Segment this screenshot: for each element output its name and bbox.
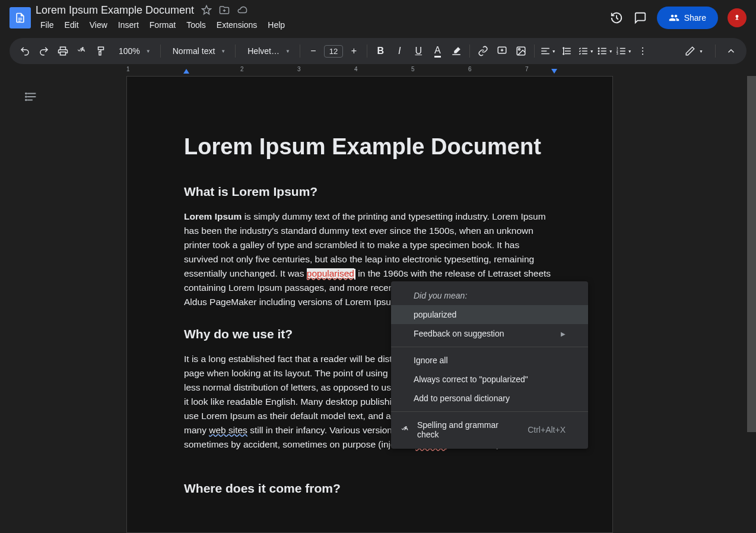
svg-point-5 [519,49,520,50]
menu-file[interactable]: File [36,18,59,32]
line-spacing-button[interactable] [558,43,575,59]
menu-view[interactable]: View [85,18,112,32]
separator [300,45,300,58]
menu-bar: File Edit View Insert Format Tools Exten… [36,18,609,32]
spellcheck-icon [399,424,411,436]
menu-item-label: Ignore all [414,356,448,365]
doc-heading-2: Where does it come from? [184,481,555,496]
history-icon[interactable] [609,11,624,25]
underline-button[interactable]: U [410,43,427,59]
collapse-button[interactable] [723,43,739,59]
submenu-arrow-icon: ▶ [561,331,566,337]
indent-marker-icon[interactable] [183,69,189,74]
chevron-down-icon: ▼ [221,49,225,54]
separator [715,45,716,58]
svg-point-8 [598,53,599,55]
comment-icon[interactable] [633,11,647,25]
misspelled-word-selected[interactable]: popularised [307,268,354,278]
ignore-all-item[interactable]: Ignore all [391,351,588,370]
chevron-down-icon: ▼ [285,49,290,54]
svg-rect-1 [61,47,66,50]
ruler-num: 6 [468,66,472,72]
cloud-status-icon[interactable] [237,5,247,15]
move-icon[interactable] [219,5,230,15]
print-button[interactable] [55,43,71,59]
grammar-word[interactable]: web sites [209,425,247,435]
menu-item-label: Feedback on suggestion [414,329,504,338]
star-icon[interactable] [201,5,212,15]
ruler-num: 3 [297,66,301,72]
svg-point-6 [598,48,599,49]
share-button[interactable]: Share [657,7,718,29]
styles-dropdown[interactable]: Normal text ▼ [166,46,231,56]
redo-button[interactable] [36,43,52,59]
spelling-suggestion[interactable]: popularized [391,305,588,324]
separator [367,45,367,58]
svg-rect-2 [61,52,66,55]
ruler[interactable]: 1 2 3 4 5 6 7 [0,64,756,76]
ruler-num: 7 [525,66,529,72]
menu-insert[interactable]: Insert [113,18,144,32]
svg-point-7 [598,50,599,52]
suggestion-text: popularized [414,310,456,319]
spellcheck-context-menu: Did you mean: popularized Feedback on su… [391,281,588,449]
menu-format[interactable]: Format [145,18,180,32]
undo-button[interactable] [17,43,33,59]
outline-toggle[interactable] [23,88,40,106]
align-button[interactable]: ▼ [539,43,556,59]
vertical-scrollbar[interactable] [747,76,756,533]
text-cursor [354,269,355,280]
context-title: Did you mean: [391,286,588,305]
menu-edit[interactable]: Edit [60,18,84,32]
image-button[interactable] [513,43,529,59]
svg-point-14 [642,53,643,55]
docs-logo[interactable] [9,7,31,28]
ruler-num: 5 [411,66,415,72]
svg-point-16 [26,96,27,97]
avatar[interactable] [728,8,747,27]
separator [391,347,588,347]
bold-button[interactable]: B [372,43,389,59]
menu-help[interactable]: Help [263,18,290,32]
svg-point-17 [26,100,27,101]
add-comment-button[interactable] [494,43,510,59]
ruler-num: 2 [240,66,244,72]
menu-tools[interactable]: Tools [182,18,211,32]
scrollbar-thumb[interactable] [747,76,756,432]
menu-item-label: Spelling and grammar check [417,420,522,439]
style-value: Normal text [170,46,218,56]
spelling-grammar-item[interactable]: Spelling and grammar check Ctrl+Alt+X [391,415,588,444]
always-correct-item[interactable]: Always correct to "popularized" [391,370,588,389]
font-inc-button[interactable]: + [345,43,362,59]
paint-format-button[interactable] [93,43,109,59]
link-button[interactable] [475,43,491,59]
doc-heading-2: What is Lorem Ipsum? [184,185,555,199]
share-label: Share [684,13,706,23]
menu-item-label: Add to personal dictionary [414,394,510,403]
indent-marker-icon[interactable] [551,69,557,74]
doc-title[interactable]: Lorem Ipsum Example Document [36,4,194,17]
highlight-button[interactable] [448,43,465,59]
menu-extensions[interactable]: Extensions [212,18,262,32]
font-dropdown[interactable]: Helvet… ▼ [240,46,295,56]
number-list-button[interactable]: 123▼ [615,43,632,59]
bullet-list-button[interactable]: ▼ [596,43,613,59]
spellcheck-button[interactable] [74,43,90,59]
more-button[interactable] [634,43,651,59]
checklist-button[interactable]: ▼ [577,43,594,59]
keyboard-shortcut: Ctrl+Alt+X [528,425,566,434]
font-dec-button[interactable]: − [305,43,322,59]
text-color-button[interactable]: A [429,43,446,59]
menu-item-label: Always correct to "popularized" [414,375,528,384]
feedback-item[interactable]: Feedback on suggestion ▶ [391,324,588,343]
separator [534,45,535,58]
zoom-dropdown[interactable]: 100% ▼ [112,46,155,56]
svg-point-15 [26,93,27,94]
font-value: Helvet… [245,46,282,56]
toolbar: 100% ▼ Normal text ▼ Helvet… ▼ − 12 + B … [9,38,747,64]
italic-button[interactable]: I [391,43,408,59]
editing-mode-button[interactable]: ▼ [680,43,708,59]
add-dictionary-item[interactable]: Add to personal dictionary [391,389,588,408]
vertical-ruler[interactable] [0,76,20,533]
font-size-input[interactable]: 12 [324,45,343,58]
